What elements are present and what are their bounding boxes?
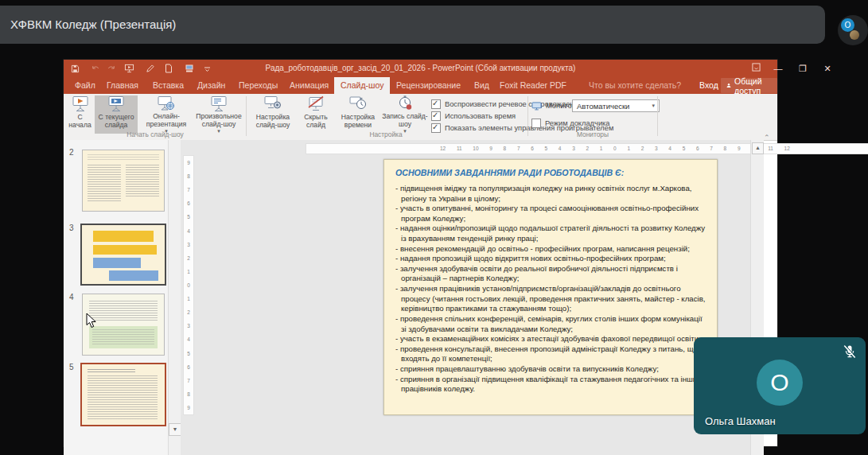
tab-transitions[interactable]: Переходы — [232, 77, 284, 94]
meeting-title: ХФВКМ Коледж (Презентація) — [10, 6, 176, 44]
slide-editor-area: 1211109876543210123456789101112 98765432… — [181, 140, 763, 455]
dropdown-arrow-icon: ▾ — [217, 128, 220, 134]
participant-avatar-photo-2 — [850, 30, 859, 40]
tab-review[interactable]: Рецензирование — [390, 77, 467, 94]
participant-video-tile[interactable]: O Ольга Шахман — [694, 337, 866, 434]
thumbnail-scrollbar[interactable] — [168, 140, 181, 455]
dropdown-arrow-icon: ▾ — [652, 103, 655, 109]
monitor-dropdown[interactable]: Автоматически ▾ — [572, 99, 660, 112]
slide-bullet: - внесення рекомендацій до освітньо - пр… — [395, 244, 709, 255]
group-label-setup: Настройка — [326, 130, 446, 138]
slide-bullet: - сприяння працевлаштуванню здобувачів о… — [395, 364, 709, 375]
slide-bullet: - залучення працівників установ/підприєм… — [395, 284, 709, 314]
hide-slide-icon — [306, 95, 325, 114]
slide-bullet: - проведення консультацій, внесення проп… — [395, 344, 709, 364]
slide-bullet: - підвищення іміджу та популяризація кол… — [395, 184, 709, 204]
slide-bullet: - проведення спільних конференцій, семін… — [395, 314, 709, 334]
vertical-ruler: 9876543210123456789 — [183, 155, 194, 415]
ribbon-display-options-icon[interactable] — [745, 60, 767, 77]
share-button[interactable]: Общий доступ — [721, 78, 777, 93]
record-slideshow-icon — [395, 95, 415, 113]
ribbon: С начала С текущего слайда Онлайн-презен… — [64, 94, 777, 141]
tab-slideshow[interactable]: Слайд-шоу — [334, 77, 390, 94]
slide-thumbnail-5-current[interactable] — [80, 363, 166, 426]
meeting-title-bar: ХФВКМ Коледж (Презентація) — [0, 6, 825, 44]
horizontal-ruler: 1211109876543210123456789101112 — [306, 143, 868, 154]
participant-avatar-photo-1 — [855, 19, 863, 27]
checkbox-icon[interactable] — [431, 111, 441, 121]
checkbox-icon[interactable] — [531, 119, 541, 128]
slide-title: ОСНОВНИМИ ЗАВДАННЯМИ РАДИ РОБОТОДАВЦІВ Є… — [395, 168, 706, 177]
slideshow-from-start-icon — [71, 95, 90, 114]
slide-canvas[interactable]: ОСНОВНИМИ ЗАВДАННЯМИ РАДИ РОБОТОДАВЦІВ Є… — [383, 159, 718, 415]
powerpoint-window: Рада_роботодавців_орг_засід_20_01_2026 -… — [64, 60, 777, 446]
thumbnail-scroll-down-button[interactable]: ▼ — [169, 423, 181, 436]
slide-bullet: - участь в екзаменаційних комісіях з ате… — [395, 334, 709, 344]
record-slideshow-button[interactable]: Запись слайд-шоу ▾ — [382, 95, 428, 134]
setup-slideshow-icon — [263, 95, 282, 114]
group-label-monitors: Мониторы — [533, 130, 652, 138]
slide-thumbnail-3[interactable] — [80, 224, 166, 286]
person-icon — [726, 82, 731, 89]
slide-body: - підвищення іміджу та популяризація кол… — [395, 184, 709, 395]
thumbnail-number: 3 — [69, 224, 74, 232]
monitor-icon — [531, 102, 542, 111]
slide-thumbnail-2[interactable] — [82, 150, 165, 212]
custom-slideshow-icon — [209, 95, 228, 113]
ribbon-tab-row: Файл Главная Вставка Дизайн Переходы Ани… — [64, 77, 777, 94]
participants-avatar-cluster[interactable]: O — [838, 15, 868, 45]
checkbox-use-timings[interactable]: Использовать время — [431, 111, 516, 121]
window-title: Рада_роботодавців_орг_засід_20_01_2026 -… — [64, 60, 777, 77]
from-current-slide-button[interactable]: С текущего слайда — [95, 95, 138, 134]
hide-slide-button[interactable]: Скрыть слайд — [299, 95, 333, 134]
slide-bullet: - надання пропозицій щодо відкриття нови… — [395, 254, 709, 264]
checkbox-presenter-view[interactable]: Режим докладчика — [531, 119, 610, 128]
share-label: Общий доступ — [734, 76, 772, 95]
participant-name: Ольга Шахман — [705, 415, 776, 427]
mic-muted-icon — [842, 344, 858, 360]
slide-bullet: - сприяння в організації підвищення квал… — [395, 375, 709, 395]
tab-design[interactable]: Дизайн — [191, 77, 232, 94]
thumbnail-number: 2 — [69, 148, 74, 157]
tab-file[interactable]: Файл — [68, 77, 102, 94]
rehearse-timings-icon — [348, 95, 368, 114]
mouse-cursor — [86, 313, 98, 329]
tab-view[interactable]: Вид — [468, 77, 496, 94]
thumbnail-number: 4 — [69, 293, 74, 301]
from-beginning-button[interactable]: С начала — [67, 95, 93, 134]
thumbnail-number: 5 — [69, 363, 74, 371]
participant-avatar: O — [757, 360, 803, 406]
setup-slideshow-button[interactable]: Настройка слайд-шоу — [249, 95, 297, 134]
tab-insert[interactable]: Вставка — [146, 77, 190, 94]
rehearse-timings-button[interactable]: Настройка времени — [336, 95, 380, 134]
tab-home[interactable]: Главная — [100, 77, 145, 94]
group-label-start: Начать слайд-шоу — [95, 130, 215, 138]
signin-link[interactable]: Вход — [699, 77, 718, 94]
slide-bullet: - участь в опитуванні, моніторингу та пр… — [395, 204, 709, 224]
close-button[interactable]: ✕ — [816, 60, 839, 77]
tab-animations[interactable]: Анимация — [283, 77, 335, 94]
online-presentation-icon — [157, 95, 176, 113]
slide-bullet: - залучення здобувачів освіти до реально… — [395, 264, 709, 284]
scroll-up-button[interactable]: ▲ — [752, 142, 764, 154]
window-title-bar: Рада_роботодавців_орг_засід_20_01_2026 -… — [64, 60, 777, 77]
slideshow-from-current-icon — [107, 95, 126, 114]
slide-thumbnail-panel: 2 3 4 5 6 — [64, 140, 181, 455]
online-presentation-button[interactable]: Онлайн-презентация ▾ — [140, 95, 193, 134]
restore-button[interactable]: ❐ — [792, 60, 814, 77]
checkbox-icon[interactable] — [431, 99, 441, 109]
tab-foxit[interactable]: Foxit Reader PDF — [493, 77, 573, 94]
monitor-label-row: Монитор: — [531, 101, 578, 111]
custom-slideshow-button[interactable]: Произвольное слайд-шоу ▾ — [194, 95, 243, 134]
collapse-ribbon-icon[interactable]: ⌃ — [764, 134, 770, 142]
minimize-button[interactable]: — — [767, 60, 789, 77]
screen: ХФВКМ Коледж (Презентація) O — [0, 0, 868, 455]
slide-bullet: - надання оцінки/пропозицій щодо подальш… — [395, 224, 709, 243]
tellme-box[interactable]: Что вы хотите сделать? — [589, 77, 681, 94]
